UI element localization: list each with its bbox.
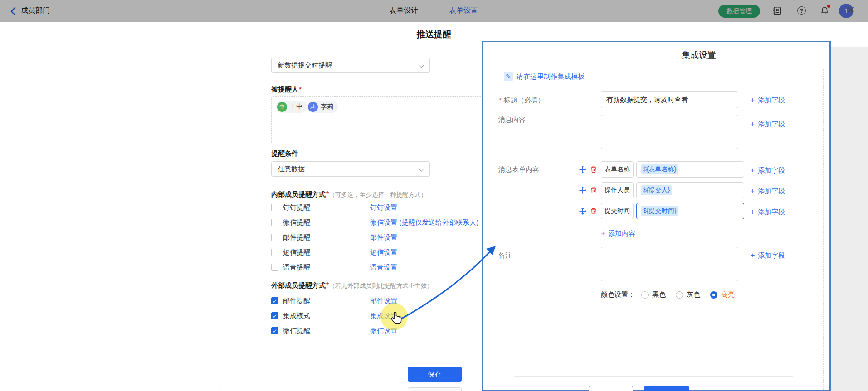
checkbox-label: 微信提醒 — [283, 327, 310, 335]
condition-select[interactable]: 任意数据 — [271, 161, 430, 177]
radio-highlight-selected[interactable] — [710, 291, 717, 299]
divider — [790, 8, 790, 15]
variable-chip: ${表单名称} — [641, 164, 678, 174]
checkbox-label: 钉钉提醒 — [283, 203, 310, 212]
radio-gray-label: 灰色 — [687, 290, 700, 299]
delete-icon[interactable] — [590, 187, 597, 194]
color-setting-label: 颜色设置： — [601, 290, 635, 299]
variable-input[interactable]: ${表单名称} — [636, 161, 744, 178]
radio-highlight-label: 高亮 — [721, 290, 735, 299]
reminded-people-picker[interactable]: 中 王中 莉 李莉 — [271, 96, 492, 144]
internal-methods-hint: （可多选，至少选择一种提醒方式） — [329, 191, 427, 198]
question-glyph: ? — [800, 8, 803, 14]
app-screen: 成员部门 表单设计 表单设置 数据管理 ? 1 推送提醒 ✕ 新数据提交时提醒 — [0, 0, 868, 391]
sms-checkbox[interactable] — [271, 249, 278, 256]
plus-icon: + — [751, 166, 755, 174]
clipped-generate-button[interactable] — [644, 386, 689, 391]
ext-email-checkbox-checked[interactable]: ✓ — [271, 297, 278, 304]
form-content-label: 消息表单内容 — [498, 165, 539, 174]
divider — [514, 376, 793, 377]
close-icon[interactable]: ✕ — [847, 5, 855, 15]
delete-icon[interactable] — [590, 166, 597, 173]
save-button[interactable]: 保存 — [408, 367, 462, 382]
member-tag[interactable]: 中 王中 — [276, 101, 307, 113]
wechat-checkbox[interactable] — [271, 219, 278, 226]
email-settings-link[interactable]: 邮件设置 — [370, 233, 397, 242]
member-tag[interactable]: 莉 李莉 — [307, 101, 338, 113]
push-reminder-form-card: 新数据提交时提醒 被提醒人* 中 王中 莉 李莉 提醒条件 任意数据 内部成员提… — [219, 47, 491, 391]
panel-side-gutter — [831, 41, 868, 391]
reminded-people-label: 被提醒人* — [271, 85, 302, 94]
add-field-link[interactable]: +添加字段 — [751, 251, 785, 260]
title-input[interactable] — [601, 91, 738, 108]
checkbox-label: 邮件提醒 — [283, 297, 310, 305]
make-template-link[interactable]: ✎ 请在这里制作集成模板 — [504, 72, 585, 81]
form-name-title[interactable]: 成员部门 — [21, 6, 50, 18]
email-checkbox[interactable] — [271, 234, 278, 241]
wechat-settings-link[interactable]: 微信设置 (提醒仅发送给外部联系人) — [370, 218, 478, 227]
ext-wechat-checkbox-checked[interactable]: ✓ — [271, 327, 278, 334]
member-name: 李莉 — [321, 103, 333, 111]
plus-icon: + — [751, 187, 755, 195]
help-icon[interactable]: ? — [797, 6, 806, 15]
form-content-row: 表单名称 ${表单名称} — [579, 161, 744, 178]
form-content-row: 提交时间 ${提交时间} — [579, 203, 744, 219]
external-methods-label: 外部成员提醒方式*（若无外部成员则此提醒方式不生效） — [271, 281, 433, 290]
back-icon[interactable] — [10, 7, 16, 16]
field-name-box[interactable]: 表单名称 — [601, 161, 634, 178]
move-icon[interactable] — [579, 166, 586, 173]
move-icon[interactable] — [579, 187, 586, 194]
contacts-icon[interactable] — [772, 6, 782, 16]
add-field-link[interactable]: +添加字段 — [751, 166, 785, 175]
member-avatar: 莉 — [308, 102, 318, 112]
voice-settings-link[interactable]: 语音设置 — [370, 263, 397, 272]
checkbox-label: 微信提醒 — [283, 218, 310, 227]
trigger-type-select[interactable]: 新数据提交时提醒 — [271, 58, 430, 73]
dingtalk-settings-link[interactable]: 钉钉设置 — [370, 203, 397, 212]
add-content-link[interactable]: +添加内容 — [601, 229, 635, 238]
modal-title: 推送提醒 — [0, 29, 868, 40]
divider — [766, 8, 766, 15]
trigger-type-value: 新数据提交时提醒 — [278, 61, 332, 70]
notifications-bell-icon[interactable] — [820, 5, 830, 16]
tab-form-settings[interactable]: 表单设置 — [449, 6, 478, 15]
variable-input[interactable]: ${提交人} — [636, 182, 744, 198]
dingtalk-checkbox[interactable] — [271, 204, 278, 211]
condition-label: 提醒条件 — [271, 150, 298, 158]
make-template-text: 请在这里制作集成模板 — [517, 72, 585, 81]
integration-checkbox-checked[interactable]: ✓ — [271, 312, 278, 319]
panel-scroll-track[interactable] — [823, 69, 824, 391]
click-highlight — [380, 303, 408, 330]
wechat-reminder-row: 微信提醒 微信设置 (提醒仅发送给外部联系人) — [271, 218, 484, 227]
clipped-preview-button[interactable] — [589, 386, 633, 391]
field-name-box[interactable]: 操作人员 — [601, 182, 634, 198]
note-textarea[interactable] — [601, 247, 738, 281]
voice-checkbox[interactable] — [271, 264, 278, 271]
variable-chip: ${提交时间} — [641, 206, 678, 216]
add-field-link[interactable]: +添加字段 — [751, 96, 785, 105]
field-name-box[interactable]: 提交时间 — [601, 203, 634, 219]
tab-form-design[interactable]: 表单设计 — [389, 6, 418, 15]
add-field-link[interactable]: +添加字段 — [751, 120, 785, 129]
delete-icon[interactable] — [590, 208, 597, 215]
radio-black-label: 黑色 — [652, 290, 666, 299]
ext-wechat-reminder-row: ✓ 微信提醒 微信设置 — [271, 326, 484, 335]
sms-settings-link[interactable]: 短信设置 — [370, 248, 397, 257]
move-icon[interactable] — [579, 208, 586, 215]
checkbox-label: 短信提醒 — [283, 248, 310, 257]
plus-icon: + — [751, 208, 755, 216]
add-field-link[interactable]: +添加字段 — [751, 187, 785, 196]
message-content-textarea[interactable] — [601, 115, 738, 149]
radio-black[interactable] — [641, 291, 649, 299]
internal-methods-label: 内部成员提醒方式*（可多选，至少选择一种提醒方式） — [271, 190, 427, 199]
add-field-link[interactable]: +添加字段 — [751, 208, 785, 217]
data-manage-button[interactable]: 数据管理 — [718, 5, 760, 18]
condition-value: 任意数据 — [278, 165, 305, 174]
integration-mode-row: ✓ 集成模式 集成设置 — [271, 311, 484, 320]
variable-input-focused[interactable]: ${提交时间} — [636, 203, 744, 219]
plus-icon: + — [751, 96, 755, 104]
radio-gray[interactable] — [676, 291, 683, 299]
checkbox-label: 邮件提醒 — [283, 233, 310, 242]
email-reminder-row: 邮件提醒 邮件设置 — [271, 233, 484, 242]
clipped-secondary-button[interactable] — [408, 387, 462, 391]
